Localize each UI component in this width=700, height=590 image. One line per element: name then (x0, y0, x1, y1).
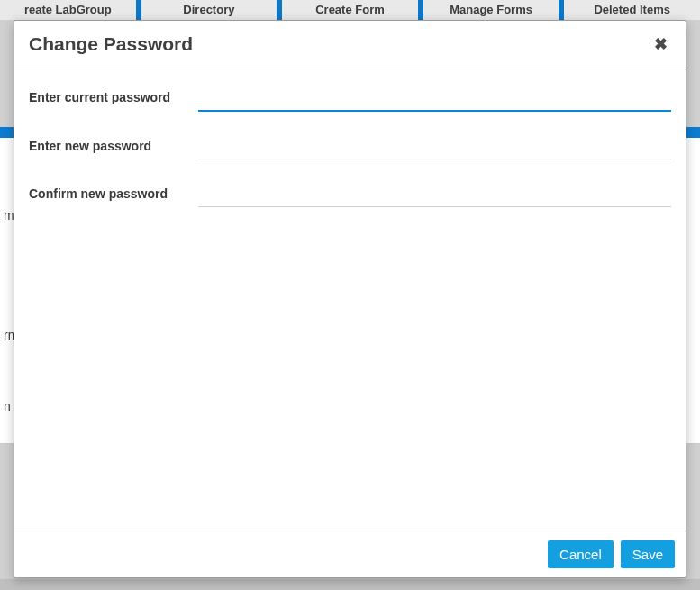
modal-title: Change Password (29, 33, 193, 55)
background-footer (0, 579, 700, 590)
input-confirm-password[interactable] (198, 183, 671, 207)
background-nav: reate LabGroup Directory Create Form Man… (0, 0, 700, 20)
nav-item-create-form[interactable]: Create Form (282, 0, 423, 20)
nav-item-deleted-items[interactable]: Deleted Items (564, 0, 700, 20)
label-confirm-password: Confirm new password (29, 183, 198, 201)
modal-body: Enter current password Enter new passwor… (14, 68, 686, 531)
close-icon[interactable]: ✖ (650, 34, 671, 54)
cancel-button[interactable]: Cancel (548, 540, 614, 568)
input-current-password[interactable] (198, 86, 671, 112)
form-row-confirm-password: Confirm new password (29, 183, 671, 207)
modal-footer: Cancel Save (14, 531, 686, 577)
change-password-modal: Change Password ✖ Enter current password… (14, 20, 686, 578)
nav-item-directory[interactable]: Directory (141, 0, 283, 20)
input-new-password[interactable] (198, 135, 671, 159)
label-current-password: Enter current password (29, 86, 198, 104)
nav-item-manage-forms[interactable]: Manage Forms (423, 0, 565, 20)
nav-item-create-labgroup[interactable]: reate LabGroup (0, 0, 141, 20)
label-new-password: Enter new password (29, 135, 198, 153)
form-row-current-password: Enter current password (29, 86, 671, 112)
form-row-new-password: Enter new password (29, 135, 671, 159)
save-button[interactable]: Save (621, 540, 675, 568)
modal-header: Change Password ✖ (14, 21, 686, 68)
